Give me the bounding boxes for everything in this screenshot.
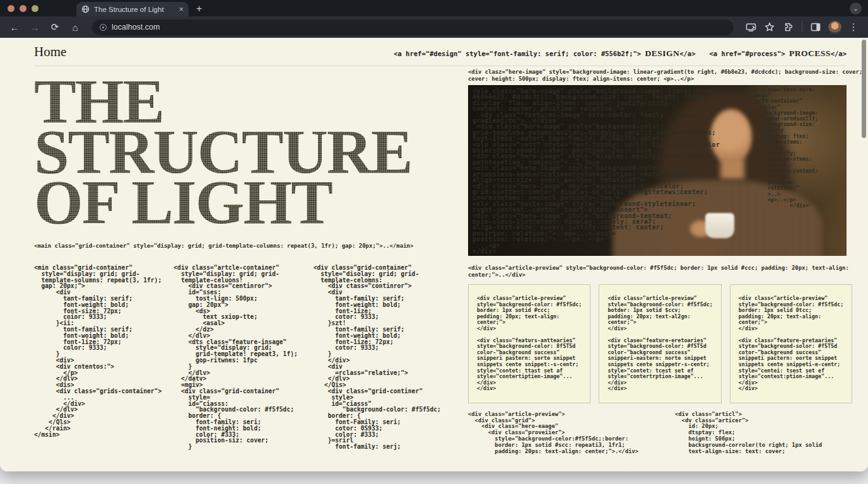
nav-code-process-close: </a>: [831, 50, 847, 57]
page-content: Home <a href="#design" style="font-famil…: [0, 38, 868, 471]
browser-window: The Structure of Light × + ⌄ ← → ⟳ ⌂ loc…: [0, 0, 868, 471]
bottom-code-right: <div class="articl"> <dv class="articer"…: [675, 412, 822, 455]
header-nav: <a href="#design" style="font-family: se…: [394, 49, 847, 59]
forward-button[interactable]: →: [26, 19, 43, 35]
site-header: Home <a href="#design" style="font-famil…: [34, 44, 847, 66]
close-window-button[interactable]: [8, 5, 15, 12]
code-column-2: <div class="artcle-container" style="dis…: [173, 265, 303, 450]
address-bar[interactable]: localhost.com: [92, 20, 734, 35]
hero-photo: <oly clasc="here-ssage" stvler"oeckgroun…: [468, 85, 847, 256]
nav-code-design-close: </a>: [679, 50, 695, 57]
code-columns: <min class="grid-container" style="displ…: [34, 265, 443, 450]
hero-overlay-code-right: <div class="hero-hero- imege" grtd-conta…: [746, 87, 842, 209]
code-column-3: <div class="grid-container" style="disol…: [314, 265, 443, 450]
site-info-icon[interactable]: [100, 24, 107, 31]
nav-code-design-open: <a href="#design" style="font-family: se…: [394, 50, 645, 57]
tab-structure-of-light[interactable]: The Structure of Light ×: [76, 2, 189, 16]
window-controls: [0, 5, 46, 16]
article-preview-card-3[interactable]: <div class<"article-preview" style="back…: [730, 284, 852, 403]
bottom-code-blocks: <div class="article-preview"> <div class…: [468, 412, 847, 455]
process-link[interactable]: PROCESS: [789, 49, 831, 58]
card-3-code: <div class<"article-preview" style="back…: [739, 296, 843, 392]
toolbar-actions: ⋮: [742, 19, 862, 35]
card-1-code: <div class="article-preview" style="back…: [477, 296, 582, 392]
maximize-window-button[interactable]: [32, 5, 38, 12]
globe-icon: [81, 5, 90, 13]
main-grid-code-line: <main class="grid-container" style="disp…: [34, 243, 443, 250]
cast-icon[interactable]: [742, 19, 759, 35]
page-title: THE STRUCTURE OF LIGHT: [34, 76, 443, 228]
url-text: localhost.com: [112, 23, 160, 32]
back-button[interactable]: ←: [6, 19, 23, 35]
extensions-icon[interactable]: [780, 19, 797, 35]
nav-code-process-open: <a href="#process">: [709, 50, 789, 57]
hero-overlay-code-left: <oly clasc="here-ssage" stvler"oeckgroun…: [472, 88, 722, 254]
code-column-1: <min class="grid-container" style="displ…: [34, 265, 163, 450]
side-panel-icon[interactable]: [807, 19, 824, 35]
vertical-scrollbar-thumb[interactable]: [862, 40, 866, 138]
bottom-code-left: <div class="article-preview"> <div class…: [468, 412, 657, 455]
minimize-window-button[interactable]: [20, 5, 26, 12]
desktop-background: [0, 471, 868, 484]
browser-toolbar: ← → ⟳ ⌂ localhost.com ⋮: [0, 16, 868, 38]
tab-title: The Structure of Light: [94, 6, 174, 13]
new-tab-button[interactable]: +: [196, 4, 202, 14]
tab-search-chevron-icon[interactable]: ⌄: [850, 3, 862, 14]
article-preview-code-line: <div class="article-preview" style="back…: [468, 265, 847, 278]
right-column: <div clasz="here-image" style="backgroun…: [468, 66, 847, 454]
design-link[interactable]: DESIGN: [645, 49, 679, 58]
hero-code-line: <div clasz="here-image" style="backgroun…: [468, 69, 847, 82]
article-preview-card-1[interactable]: <div class="article-preview" style="back…: [468, 284, 590, 403]
left-column: THE STRUCTURE OF LIGHT <main class="grid…: [34, 66, 443, 454]
profile-avatar[interactable]: [826, 19, 843, 35]
bookmark-star-icon[interactable]: [761, 19, 778, 35]
toolbar-divider: [802, 22, 802, 32]
avatar: [828, 21, 842, 34]
article-preview-card-2[interactable]: <div class="article-preview" stvle="back…: [599, 284, 721, 403]
home-link[interactable]: Home: [34, 44, 66, 60]
reload-button[interactable]: ⟳: [47, 19, 63, 35]
woman-neck: [720, 158, 744, 180]
tab-close-icon[interactable]: ×: [179, 5, 184, 13]
card-2-code: <div class="article-preview" stvle="back…: [607, 296, 712, 392]
tab-strip: The Structure of Light × + ⌄: [0, 0, 868, 16]
browser-menu-icon[interactable]: ⋮: [845, 19, 862, 35]
article-preview-cards: <div class="article-preview" style="back…: [468, 284, 847, 403]
home-button[interactable]: ⌂: [67, 19, 83, 35]
